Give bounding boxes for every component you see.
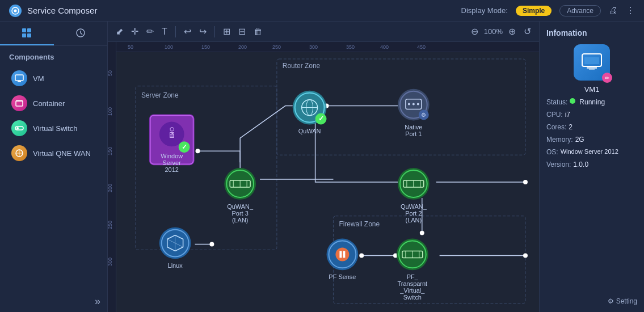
select-tool-button[interactable]: ⬋ <box>113 25 125 38</box>
cores-value: 2 <box>569 123 573 131</box>
app-logo <box>9 5 22 17</box>
collapse-sidebar-button[interactable]: » <box>95 296 100 307</box>
firewall-zone-rect <box>333 216 525 303</box>
more-options-button[interactable]: ⋮ <box>626 5 635 16</box>
conn-dot-7 <box>359 253 364 258</box>
svg-rect-70 <box>339 251 342 258</box>
svg-text:PF Sense: PF Sense <box>329 273 356 280</box>
svg-text:PF_: PF_ <box>407 273 419 280</box>
svg-text:Transparnt: Transparnt <box>398 280 427 287</box>
diagram-svg: Router Zone Server Zone Firewall Zone <box>116 52 539 312</box>
info-cpu-row: CPU: i7 <box>546 111 637 119</box>
diagram-toolbar: ⬋ ✛ ✏ T ↩ ↪ ⊞ ⊟ 🗑 ⊖ 100% ⊕ ↺ <box>108 22 539 42</box>
server-zone-rect <box>136 86 277 250</box>
diagram-canvas[interactable]: Router Zone Server Zone Firewall Zone <box>116 52 539 312</box>
svg-rect-5 <box>27 33 31 37</box>
svg-text:QuWAN: QuWAN <box>298 128 321 134</box>
svg-rect-84 <box>587 67 597 69</box>
ruler-vtick-50: 50 <box>108 70 113 76</box>
undo-button[interactable]: ↩ <box>182 25 193 38</box>
snap-button[interactable]: ⊟ <box>236 25 248 38</box>
linux-node[interactable]: Linux <box>159 227 191 269</box>
sidebar-item-vswitch[interactable]: Virtual Switch <box>2 116 105 141</box>
ruler-horizontal: 50 100 150 200 250 300 350 400 450 <box>116 42 539 52</box>
svg-text:_Virtual_: _Virtual_ <box>399 287 425 294</box>
svg-rect-8 <box>18 81 21 82</box>
app-title: Service Composer <box>27 6 97 15</box>
pen-tool-button[interactable]: ✏ <box>144 25 156 38</box>
ruler-vtick-300: 300 <box>108 258 113 266</box>
pfsense-node[interactable]: PF Sense <box>327 239 359 281</box>
grid-button[interactable]: ⊞ <box>221 25 233 38</box>
cpu-key: CPU: <box>546 111 563 119</box>
conn-dot-9 <box>523 253 528 258</box>
ruler-tick-300: 300 <box>309 44 318 50</box>
svg-text:QuWAN_: QuWAN_ <box>401 203 427 210</box>
info-cores-row: Cores: 2 <box>546 123 637 131</box>
svg-rect-86 <box>584 57 599 64</box>
svg-point-26 <box>408 103 410 106</box>
memory-value: 2G <box>575 136 584 144</box>
vqne-icon <box>11 145 27 161</box>
ruler-tick-150: 150 <box>201 44 210 50</box>
svg-point-27 <box>413 103 415 106</box>
svg-text:(LAN): (LAN) <box>232 217 249 224</box>
ruler-tick-200: 200 <box>238 44 247 50</box>
memory-key: Memory: <box>546 136 573 144</box>
pf-transparent-node[interactable]: PF_ Transparnt _Virtual_ Switch <box>397 239 428 301</box>
zoom-controls: ⊖ 100% ⊕ ↺ <box>469 25 533 38</box>
os-value: Window Server 2012 <box>561 148 618 156</box>
svg-text:⚙: ⚙ <box>421 112 426 119</box>
advance-mode-button[interactable]: Advance <box>559 5 601 16</box>
firewall-zone-label: Firewall Zone <box>339 220 380 228</box>
conn-dot-4 <box>523 180 528 184</box>
quwan-node[interactable]: ✓ QuWAN <box>293 91 327 135</box>
native-port-1-node[interactable]: ⚙ Native Port 1 <box>398 89 430 138</box>
svg-text:✓: ✓ <box>182 143 187 151</box>
move-tool-button[interactable]: ✛ <box>129 25 141 38</box>
svg-point-13 <box>16 127 19 129</box>
svg-rect-71 <box>343 251 345 258</box>
ruler-vtick-200: 200 <box>108 184 113 192</box>
setting-button[interactable]: ⚙ Setting <box>608 297 637 305</box>
svg-rect-2 <box>22 28 26 32</box>
sidebar-item-vm[interactable]: VM <box>2 66 105 91</box>
info-os-row: OS: Window Server 2012 <box>546 148 637 156</box>
tab-components[interactable] <box>0 22 54 45</box>
window-server-node[interactable]: ⬡ 🖥 ✓ Window Server 2012 <box>149 115 195 174</box>
quwan-port2-node[interactable]: QuWAN_ Port 2 (LAN) <box>398 168 430 224</box>
components-label: Components <box>0 46 107 66</box>
svg-text:QuWAN_: QuWAN_ <box>227 203 254 210</box>
svg-rect-10 <box>16 101 23 106</box>
info-version-row: Version: 1.0.0 <box>546 161 637 168</box>
svg-text:Port 3: Port 3 <box>232 210 249 217</box>
info-panel-title: Infomation <box>546 28 637 37</box>
text-tool-button[interactable]: T <box>159 26 170 38</box>
vqne-label: Virtual QNE WAN <box>33 149 91 158</box>
sidebar-item-container[interactable]: Container <box>2 91 105 116</box>
ruler-tick-400: 400 <box>380 44 389 50</box>
zoom-out-button[interactable]: ⊖ <box>469 25 481 38</box>
ruler-tick-100: 100 <box>165 44 173 50</box>
tab-other[interactable] <box>54 22 108 45</box>
ruler-tick-50: 50 <box>128 44 133 50</box>
print-button[interactable]: 🖨 <box>609 6 618 16</box>
cores-key: Cores: <box>546 123 566 131</box>
redo-button[interactable]: ↪ <box>197 25 209 38</box>
fit-view-button[interactable]: ↺ <box>521 25 533 38</box>
zoom-in-button[interactable]: ⊕ <box>506 25 518 38</box>
status-key: Status: <box>546 98 567 106</box>
svg-rect-9 <box>18 81 20 81</box>
sidebar-tabs <box>0 22 107 46</box>
ruler-vtick-100: 100 <box>108 107 113 116</box>
quwan-port3-node[interactable]: QuWAN_ Port 3 (LAN) <box>224 168 256 224</box>
setting-label: Setting <box>616 297 637 305</box>
simple-mode-button[interactable]: Simple <box>516 6 552 16</box>
vswitch-label: Virtual Switch <box>33 124 78 133</box>
sidebar-item-vqne[interactable]: Virtual QNE WAN <box>2 141 105 166</box>
version-key: Version: <box>546 161 571 168</box>
delete-button[interactable]: 🗑 <box>251 26 265 38</box>
svg-text:Server: Server <box>163 159 182 166</box>
info-vm-edit-icon[interactable]: ✏ <box>602 73 612 83</box>
version-value: 1.0.0 <box>573 161 588 168</box>
